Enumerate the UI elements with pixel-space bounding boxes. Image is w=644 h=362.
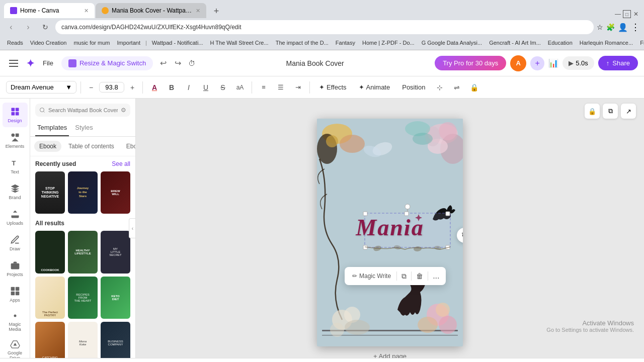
bookmark-impact[interactable]: The impact of the D... xyxy=(273,39,332,47)
canvas-lock-btn[interactable]: 🔒 xyxy=(585,104,600,119)
template-item[interactable]: Journeyto theStars xyxy=(68,171,98,214)
font-size-increase-btn[interactable]: + xyxy=(126,81,138,94)
font-size-aa-btn[interactable]: aA xyxy=(232,80,248,95)
tab-styles[interactable]: Styles xyxy=(73,120,95,136)
window-maximize[interactable]: □ xyxy=(623,10,631,18)
lock-btn[interactable]: 🔒 xyxy=(466,80,481,95)
tab-mania-wattpad[interactable]: Mania Book Cover - Wattpad I... ✕ xyxy=(96,3,206,18)
bookmark-gencraft[interactable]: Gencraft - AI Art Im... xyxy=(486,39,544,47)
add-page-btn[interactable]: + Add page xyxy=(317,346,463,358)
analytics-btn[interactable]: 📊 xyxy=(548,58,558,68)
forward-btn[interactable]: › xyxy=(21,20,35,34)
align-left-btn[interactable]: ≡ xyxy=(256,80,271,95)
redo-btn[interactable]: ↪ xyxy=(172,56,184,70)
sidebar-item-magic-media[interactable]: Magic Media xyxy=(3,308,28,335)
extensions-btn[interactable]: 🧩 xyxy=(606,23,615,31)
bookmark-wsj[interactable]: H The Wall Street Cre... xyxy=(207,39,272,47)
ctx-more-btn[interactable]: ... xyxy=(431,270,441,282)
template-item[interactable]: HEALTHYLIFESTYLE xyxy=(68,231,98,273)
canvas-export-btn[interactable]: ↗ xyxy=(621,104,636,119)
sub-tab-ebook[interactable]: Ebook xyxy=(34,141,61,152)
canvas-copy-btn[interactable]: ⧉ xyxy=(603,104,618,119)
bookmark-harlequin[interactable]: Harlequin Romance... xyxy=(577,39,636,47)
bold-btn[interactable]: B xyxy=(164,80,179,95)
file-button[interactable]: File xyxy=(39,57,57,69)
undo-btn[interactable]: ↩ xyxy=(157,56,170,70)
bookmark-important[interactable]: Important xyxy=(114,39,143,47)
template-item[interactable]: CATCHINGTHE SUN xyxy=(35,322,65,358)
tab-close-2[interactable]: ✕ xyxy=(196,8,200,14)
profile-btn[interactable]: 👤 xyxy=(618,23,628,32)
tab-home-canva[interactable]: Home - Canva ✕ xyxy=(4,3,95,18)
template-item[interactable]: KETODIET xyxy=(101,277,130,319)
animate-btn[interactable]: ✦ Animate xyxy=(354,81,395,93)
sub-tab-ebook-p[interactable]: Ebook p» xyxy=(121,141,135,152)
sidebar-item-apps[interactable]: Apps xyxy=(3,282,28,307)
sidebar-item-projects[interactable]: Projects xyxy=(3,256,28,281)
plus-team-btn[interactable]: + xyxy=(530,56,544,70)
bookmark-music[interactable]: music for mum xyxy=(70,39,113,47)
font-family-select[interactable]: Dream Avenue ▼ xyxy=(6,81,76,94)
font-size-decrease-btn[interactable]: − xyxy=(85,81,97,94)
fullscreen-btn[interactable]: ⛶ xyxy=(622,360,636,363)
bookmark-zpdf[interactable]: Home | Z-PDF - Do... xyxy=(359,39,418,47)
template-item[interactable]: The PerfectPASTRY xyxy=(35,277,65,319)
sidebar-item-elements[interactable]: Elements xyxy=(3,128,28,153)
try-pro-button[interactable]: Try Pro for 30 days xyxy=(435,56,506,70)
bookmark-btn[interactable]: ☆ xyxy=(597,23,603,31)
bookmark-wattpad[interactable]: Wattpad - Notificati... xyxy=(149,39,206,47)
sub-tab-toc[interactable]: Table of contents xyxy=(63,141,119,152)
italic-btn[interactable]: I xyxy=(181,80,196,95)
book-title[interactable]: Mania xyxy=(356,214,424,241)
template-item[interactable]: COOKBOOK xyxy=(35,231,65,273)
search-box[interactable]: ⚙ xyxy=(35,104,130,117)
template-item[interactable]: RECIPESFROMTHE HEART xyxy=(68,277,98,319)
bookmark-fantasy[interactable]: Fantasy xyxy=(333,39,358,47)
bookmark-google-data[interactable]: G Google Data Analysi... xyxy=(419,39,485,47)
template-item[interactable]: MYLITTLESECRET xyxy=(101,231,130,273)
canvas-page[interactable]: Mania ✏ Magic Write ⧉ 🗑 ... xyxy=(317,119,463,346)
template-item[interactable]: MonaKoke xyxy=(68,322,98,358)
reload-btn[interactable]: ↻ xyxy=(38,20,52,34)
timer-btn[interactable]: ▶ 5.0s xyxy=(562,56,594,70)
share-button[interactable]: ↑ Share xyxy=(598,56,638,70)
template-item[interactable]: STOPTHINKINGNEGATIVE xyxy=(35,171,65,214)
bookmark-reads[interactable]: Reads xyxy=(4,39,26,47)
tab-templates[interactable]: Templates xyxy=(35,120,69,136)
font-color-btn[interactable]: A xyxy=(147,80,162,95)
magic-write-btn[interactable]: ✏ Magic Write xyxy=(350,271,393,281)
flip-btn[interactable]: ⇌ xyxy=(449,80,464,95)
sidebar-item-google-drive[interactable]: Google Drive xyxy=(3,336,28,358)
font-size-display[interactable]: 93.8 xyxy=(99,82,124,93)
underline-btn[interactable]: U xyxy=(198,80,213,95)
window-minimize[interactable]: — xyxy=(614,10,622,18)
tab-close-1[interactable]: ✕ xyxy=(84,8,89,14)
sidebar-item-draw[interactable]: Draw xyxy=(3,231,28,255)
hamburger-menu-btn[interactable] xyxy=(6,55,22,71)
position-btn[interactable]: Position xyxy=(397,81,430,93)
ctx-copy-btn[interactable]: ⧉ xyxy=(400,270,408,282)
see-all-btn[interactable]: See all xyxy=(112,160,130,167)
list-btn[interactable]: ☰ xyxy=(273,80,288,95)
strikethrough-btn[interactable]: S xyxy=(215,80,230,95)
new-tab-btn[interactable]: + xyxy=(209,4,223,18)
bookmark-free-download[interactable]: Free Download Books xyxy=(637,39,644,47)
search-input[interactable] xyxy=(48,107,118,113)
timer-indicator[interactable]: ⏱ xyxy=(188,59,195,67)
settings-icon[interactable]: ⚙ xyxy=(121,107,126,114)
more-options-btn[interactable]: ⋮ xyxy=(631,22,640,33)
sidebar-item-text[interactable]: T Text xyxy=(3,154,28,178)
window-close[interactable]: ✕ xyxy=(632,10,640,18)
address-bar[interactable] xyxy=(55,20,594,34)
effects-btn[interactable]: ✦ Effects xyxy=(314,81,352,93)
template-item[interactable]: BUSINESSCOMPANY xyxy=(101,322,130,358)
sidebar-item-design[interactable]: Design xyxy=(3,103,28,127)
grid-view-btn[interactable]: ⊞ xyxy=(539,360,553,363)
resize-magic-switch-btn[interactable]: Resize & Magic Switch xyxy=(61,56,153,70)
bookmark-education[interactable]: Education xyxy=(545,39,576,47)
bookmark-video[interactable]: Video Creation xyxy=(27,39,70,47)
ctx-delete-btn[interactable]: 🗑 xyxy=(415,270,425,282)
crop-btn[interactable]: ⊹ xyxy=(432,80,447,95)
template-item[interactable]: BREWWILL xyxy=(101,171,130,214)
avatar[interactable]: A xyxy=(510,55,526,71)
